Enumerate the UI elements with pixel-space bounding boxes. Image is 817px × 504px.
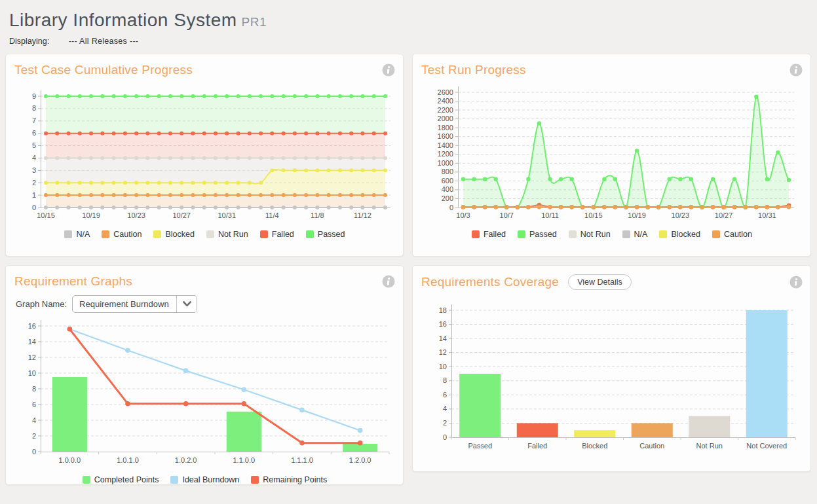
svg-text:4: 4 [443,405,447,412]
svg-text:10/27: 10/27 [715,211,733,219]
test-case-cumulative-chart: 012345678910/1510/1910/2310/2710/3111/41… [14,86,395,227]
svg-text:2: 2 [32,432,36,440]
legend-label: Not Run [218,230,248,239]
svg-text:1.0.0.0: 1.0.0.0 [59,456,81,464]
svg-text:1200: 1200 [438,150,453,158]
svg-text:16: 16 [28,322,36,330]
svg-text:Not Covered: Not Covered [746,442,787,450]
legend-item: Not Run [206,230,248,239]
page-title: Library Information SystemPR1 [9,10,808,31]
svg-text:Failed: Failed [527,442,547,450]
panel-title: Test Case Cumulative Progress [14,63,193,77]
panel-head: Test Case Cumulative Progress [14,63,395,77]
legend-swatch [153,230,161,238]
legend-swatch [472,230,480,238]
svg-text:3: 3 [32,166,36,174]
svg-text:1800: 1800 [438,124,453,132]
panel-test-run-progress: Test Run Progress 0200400600800100012001… [412,54,811,257]
svg-text:10/7: 10/7 [500,211,514,219]
legend-swatch [102,230,109,238]
svg-text:10/3: 10/3 [456,211,470,219]
svg-text:2: 2 [32,179,36,187]
legend-label: Passed [529,230,557,239]
svg-text:1: 1 [32,191,36,199]
legend-label: Caution [724,230,752,239]
legend-label: Ideal Burndown [182,475,239,484]
info-icon[interactable] [382,275,395,288]
svg-text:10: 10 [439,363,447,370]
legend-swatch [206,230,214,238]
svg-text:1400: 1400 [438,141,453,149]
panel-head: Test Run Progress [421,63,803,77]
info-icon[interactable] [789,63,803,77]
project-code: PR1 [242,15,267,29]
svg-text:6: 6 [32,129,36,137]
svg-text:2000: 2000 [438,115,453,122]
legend-label: Remaining Points [263,475,327,484]
svg-text:10/11: 10/11 [541,211,559,219]
svg-text:0: 0 [32,204,36,211]
chevron-down-icon[interactable] [176,296,197,312]
panel-title: Test Run Progress [421,63,526,77]
graph-name-label: Graph Name: [16,299,67,309]
legend-label: Passed [318,230,345,239]
svg-text:1.1.1.0: 1.1.1.0 [291,456,313,464]
view-details-button[interactable]: View Details [568,274,632,290]
legend-label: Blocked [671,230,700,239]
chart-legend: Completed PointsIdeal BurndownRemaining … [14,475,395,486]
svg-text:11/4: 11/4 [265,211,279,219]
legend-label: Caution [113,230,142,239]
displaying-label: Displaying: [9,37,49,46]
panel-title: Requirement Graphs [14,274,132,289]
svg-text:11/12: 11/12 [354,211,371,219]
svg-text:12: 12 [28,353,36,361]
dashboard-grid: Test Case Cumulative Progress 0123456789… [5,54,812,485]
svg-text:200: 200 [442,194,453,202]
release-filter-value[interactable]: --- All Releases --- [69,37,139,46]
svg-text:9: 9 [32,92,36,100]
svg-text:16: 16 [439,320,447,328]
svg-text:8: 8 [32,104,36,112]
panel-head: Requirements Coverage View Details [421,274,803,290]
legend-item: Remaining Points [251,475,327,484]
panel-requirements-coverage: Requirements Coverage View Details 02468… [412,265,811,472]
requirement-burndown-chart: 02468101214161.0.0.01.0.1.01.0.2.01.1.0.… [14,317,395,473]
legend-swatch [83,476,90,484]
project-name: Library Information System [9,10,237,30]
svg-text:10/27: 10/27 [172,211,191,219]
legend-item: Caution [712,230,752,239]
legend-swatch [251,476,259,484]
svg-text:0: 0 [443,433,447,441]
svg-text:4: 4 [32,416,36,424]
svg-text:1.0.1.0: 1.0.1.0 [117,456,139,464]
legend-item: Passed [518,230,557,239]
info-icon[interactable] [382,63,395,77]
svg-text:2400: 2400 [438,97,453,105]
legend-swatch [569,230,577,238]
svg-text:1.2.0.0: 1.2.0.0 [349,456,371,464]
legend-item: Failed [260,230,294,239]
legend-item: Passed [306,230,345,239]
legend-item: N/A [64,230,90,239]
requirements-coverage-chart: 024681012141618PassedFailedBlockedCautio… [421,298,803,458]
graph-name-dropdown[interactable]: Requirement Burndown [72,295,197,313]
svg-text:Passed: Passed [468,442,492,450]
svg-text:10/31: 10/31 [218,211,237,219]
legend-swatch [64,230,72,238]
svg-text:1000: 1000 [438,159,453,167]
panel-requirement-graphs: Requirement Graphs Graph Name: Requireme… [5,265,404,485]
page-header: Library Information SystemPR1 Displaying… [0,0,817,54]
legend-label: Not Run [580,230,611,239]
legend-item: Failed [472,230,506,239]
legend-label: Failed [272,230,294,239]
svg-text:5: 5 [32,141,36,149]
svg-text:0: 0 [32,448,36,456]
svg-text:8: 8 [443,376,447,384]
info-icon[interactable] [789,276,803,289]
svg-text:2: 2 [443,419,447,427]
svg-text:2200: 2200 [438,106,453,114]
svg-text:Blocked: Blocked [582,442,607,450]
test-run-progress-chart: 0200400600800100012001400160018002000220… [421,86,803,227]
svg-text:600: 600 [442,177,453,185]
legend-label: Completed Points [94,475,159,484]
